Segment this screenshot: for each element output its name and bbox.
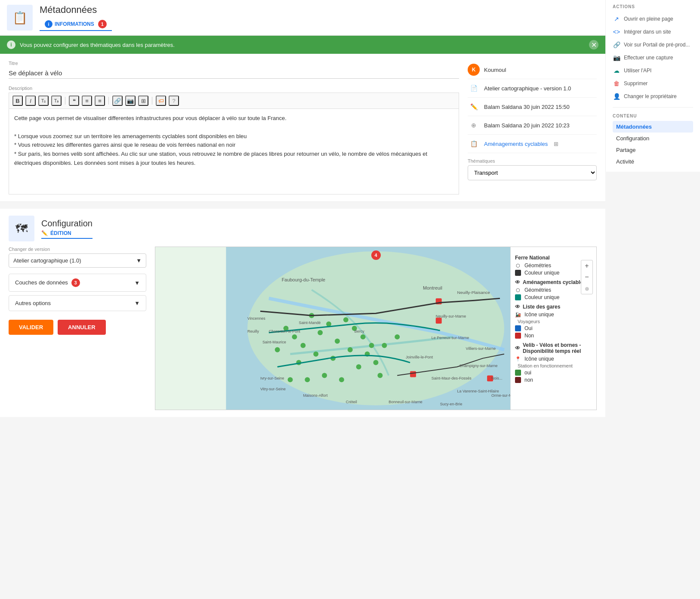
version-group: Changer de version Atelier cartographiqu… [9, 247, 146, 268]
svg-text:Montreuil: Montreuil [423, 285, 442, 290]
svg-rect-29 [436, 318, 442, 324]
action-supprimer[interactable]: 🗑 Supprimer [613, 77, 693, 90]
svg-point-23 [322, 373, 327, 378]
t3-button[interactable]: T₃ [51, 96, 62, 106]
amenagements-link[interactable]: Aménagements cyclables [484, 141, 548, 147]
station-non-label: non [524, 377, 533, 383]
ferre-couleur-label: Couleur unique [524, 270, 559, 276]
link-button[interactable]: 🔗 [112, 96, 123, 106]
alert-close-button[interactable]: ✕ [589, 40, 598, 49]
title-input[interactable] [9, 68, 459, 79]
svg-point-12 [313, 352, 318, 357]
content-area: i Vous pouvez configurer des thématiques… [0, 36, 605, 417]
svg-text:Bonneuil-sur-Marne: Bonneuil-sur-Marne [389, 400, 422, 404]
action-utiliser-api[interactable]: ☁ Utiliser l'API [613, 64, 693, 77]
gares-eye-icon: 👁 [515, 304, 520, 310]
svg-point-8 [361, 334, 366, 340]
legend-station-oui: oui [515, 370, 592, 376]
info-row-amenagements: 📋 Aménagements cyclables ⊞ [468, 135, 597, 153]
help-button[interactable]: ? [169, 96, 179, 106]
config-logo: 🗺 [9, 216, 34, 241]
t2-button[interactable]: T₂ [38, 96, 49, 106]
tab-informations[interactable]: i INFORMATIONS 1 [40, 18, 112, 31]
info-row-modified: ✏️ Balam Saldana 30 juin 2022 15:50 [468, 98, 597, 116]
gares-legend-label: Liste des gares [523, 304, 560, 310]
toolbar-sep-3 [152, 97, 152, 105]
ferre-geometries-shape: ⬡ [515, 262, 521, 269]
gares-icone-label: Icône unique [524, 312, 554, 318]
desc-line-1: * Lorsque vous zoomez sur un territoire … [14, 132, 453, 141]
svg-text:Sucy-en-Brie: Sucy-en-Brie [440, 402, 463, 406]
thematiques-select[interactable]: Transport [468, 165, 597, 180]
map-badge: 4 [371, 250, 381, 260]
bold-button[interactable]: B [12, 96, 23, 106]
svg-point-27 [377, 373, 382, 378]
italic-button[interactable]: I [25, 96, 36, 106]
action-voir-portail[interactable]: 🔗 Voir sur Portail de pré-prod... [613, 38, 693, 51]
autres-options-label: Autres options [15, 300, 51, 306]
svg-text:Saint-Maurice: Saint-Maurice [262, 340, 286, 344]
table-button[interactable]: ⊞ [138, 96, 148, 106]
annuler-button[interactable]: ANNULER [58, 320, 106, 335]
svg-text:Faubourg-du-Temple: Faubourg-du-Temple [282, 277, 326, 282]
voyageurs-non-label: Non [524, 333, 534, 339]
contenu-configuration[interactable]: Configuration [613, 133, 693, 144]
changer-proprio-icon: 👤 [613, 93, 620, 100]
legend-voyageurs-title: Voyageurs [518, 319, 592, 324]
atelier-value: Atelier cartographique - version 1.0 [484, 85, 571, 92]
svg-text:Saint-Mandé: Saint-Mandé [299, 321, 321, 325]
svg-point-26 [288, 377, 293, 382]
version-select[interactable]: Atelier cartographique (1.0) ▼ [9, 253, 146, 268]
integrate-site-icon: <> [613, 28, 620, 36]
legend-velib-icone: 📍 Icône unique [515, 356, 592, 362]
contenu-metadonnees[interactable]: Métadonnées [613, 121, 693, 133]
alert-bar: i Vous pouvez configurer des thématiques… [0, 36, 605, 54]
toolbar-sep-1 [65, 97, 65, 105]
ul-button[interactable]: ≡ [82, 96, 92, 106]
title-label: Titre [9, 61, 459, 66]
tag-button[interactable]: 🏷 [156, 96, 166, 106]
legend-ferre-title: Ferre National [515, 255, 592, 261]
action-open-fullpage[interactable]: ↗ Ouvrir en pleine page [613, 12, 693, 25]
couches-badge: 3 [71, 278, 80, 287]
amenagements-icon: 📋 [468, 138, 480, 150]
svg-point-6 [335, 339, 340, 344]
svg-point-10 [369, 343, 374, 348]
description-text: Cette page vous permet de visualiser dif… [14, 114, 453, 123]
svg-text:Créteil: Créteil [346, 400, 357, 404]
zoom-reset-button[interactable]: ◎ [581, 283, 592, 294]
version-value: Atelier cartographique (1.0) [13, 257, 81, 264]
svg-point-5 [318, 330, 323, 335]
config-title: Configuration [41, 219, 93, 228]
open-fullpage-label: Ouvrir en pleine page [624, 16, 673, 22]
svg-text:La Varenne-Saint-Hilaire: La Varenne-Saint-Hilaire [457, 389, 499, 393]
tab-edition[interactable]: ✏️ ÉDITION [41, 228, 93, 239]
map-container[interactable]: 4 [155, 247, 597, 410]
actions-panel: ACTIONS ↗ Ouvrir en pleine page <> Intég… [605, 0, 700, 172]
couches-accordion-header[interactable]: Couches de données 3 ▼ [9, 274, 146, 291]
valider-button[interactable]: VALIDER [9, 320, 53, 335]
velib-icon: 📍 [515, 356, 521, 362]
action-integrate-site[interactable]: <> Intégrer dans un site [613, 25, 693, 38]
quote-button[interactable]: ❝ [69, 96, 79, 106]
image-button[interactable]: 📷 [125, 96, 136, 106]
action-changer-proprio[interactable]: 👤 Changer le propriétaire [613, 90, 693, 103]
contenu-partage[interactable]: Partage [613, 144, 693, 156]
pencil-icon: ✏️ [41, 230, 48, 236]
button-row: VALIDER ANNULER [9, 320, 146, 335]
amenagements-legend-label: Aménagements cyclables [523, 279, 586, 285]
svg-point-21 [373, 360, 379, 365]
contenu-activite[interactable]: Activité [613, 156, 693, 167]
zoom-in-button[interactable]: + [581, 260, 592, 272]
autres-options-header[interactable]: Autres options ▼ [9, 296, 146, 311]
description-editor[interactable]: Cette page vous permet de visualiser dif… [9, 108, 459, 195]
zoom-out-button[interactable]: − [581, 272, 592, 283]
autres-options-accordion: Autres options ▼ [9, 295, 146, 311]
ol-button[interactable]: ≡ [95, 96, 105, 106]
divider [613, 107, 693, 108]
svg-text:Vitry-sur-Seine: Vitry-sur-Seine [260, 387, 286, 391]
editor-toolbar: B I T₂ T₃ ❝ ≡ ≡ 🔗 📷 ⊞ 🏷 ? [9, 93, 459, 108]
velib-eye-icon: 👁 [515, 345, 520, 351]
contenu-label: CONTENU [613, 114, 693, 118]
action-effectuer-capture[interactable]: 📷 Effectuer une capture [613, 51, 693, 64]
